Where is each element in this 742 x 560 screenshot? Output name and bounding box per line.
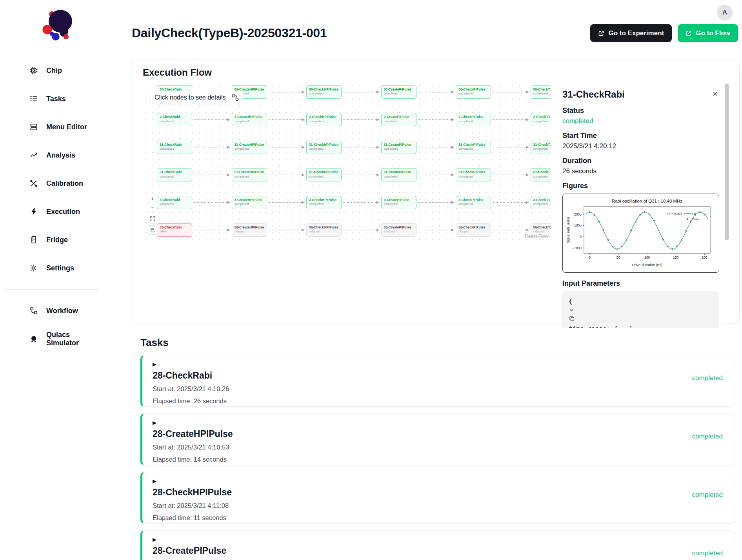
flow-node-3-createpipulse[interactable]: 3-CreatePIPulsecompleted bbox=[381, 196, 416, 209]
flow-node-51-createhpipulse[interactable]: 51-CreateHPIPulsecompleted bbox=[232, 168, 267, 181]
go-to-experiment-button[interactable]: Go to Experiment bbox=[590, 24, 672, 42]
svg-text:Rabi oscillation of Q31 : 10.4: Rabi oscillation of Q31 : 10.40 MHz bbox=[612, 199, 683, 203]
flow-node-label: 51-CheckT1 bbox=[533, 170, 551, 174]
json-entry-time-range[interactable]: time range: {...} bbox=[569, 325, 713, 328]
chevron-down-icon[interactable] bbox=[569, 307, 713, 313]
flow-node-2-checkt1[interactable]: 2-CheckT1completed bbox=[531, 113, 551, 126]
copy-icon[interactable] bbox=[569, 315, 713, 322]
react-flow-attribution[interactable]: React Flow bbox=[525, 234, 548, 239]
sidebar-item-calibration[interactable]: Calibration bbox=[0, 169, 103, 198]
play-icon[interactable]: ▶ bbox=[153, 362, 724, 367]
go-to-flow-button[interactable]: Go to Flow bbox=[678, 24, 738, 42]
sidebar-nav-primary: ChipTasksMenu EditorAnalysisCalibrationE… bbox=[0, 56, 103, 282]
workflow-icon bbox=[30, 307, 38, 315]
flow-node-51-checkt1[interactable]: 51-CheckT1completed bbox=[531, 168, 551, 181]
execution-flow-card: Execution Flow Click nodes to see detail… bbox=[132, 60, 740, 323]
panel-scrollbar[interactable] bbox=[725, 83, 729, 328]
sidebar-item-fridge[interactable]: Fridge bbox=[0, 226, 103, 254]
tasks-icon bbox=[30, 95, 38, 103]
flow-node-50-createpipulse[interactable]: 50-CreatePIPulsecompleted bbox=[381, 85, 416, 99]
flow-node-56-createhpipulse[interactable]: 56-CreateHPIPulseskipped bbox=[232, 223, 267, 237]
task-status-badge: completed bbox=[692, 549, 723, 557]
sidebar-item-qulacs-simulator[interactable]: Qulacs Simulator bbox=[0, 325, 103, 353]
flow-node-56-checkhpipulse[interactable]: 56-CheckHPIPulseskipped bbox=[306, 223, 342, 237]
flow-node-31-checkt1[interactable]: 31-CheckT1completed bbox=[531, 141, 551, 154]
flow-node-status: completed bbox=[533, 202, 551, 207]
settings-icon bbox=[30, 264, 38, 272]
task-card-28-createpipulse[interactable]: ▶28-CreatePIPulsecompleted bbox=[140, 530, 734, 560]
flow-node-label: 50-CheckHPIPulse bbox=[309, 87, 339, 92]
start-time-label: Start Time bbox=[562, 132, 719, 140]
flow-node-50-checkpipulse[interactable]: 50-CheckPIPulsecompleted bbox=[456, 85, 491, 99]
flow-node-label: 56-CreatePIPulse bbox=[384, 225, 414, 230]
flow-node-3-checkrabi[interactable]: 3-CheckRabicompleted bbox=[157, 196, 192, 209]
sidebar-item-workflow[interactable]: Workflow bbox=[0, 297, 103, 325]
close-icon[interactable]: × bbox=[711, 89, 719, 99]
flow-node-56-checkpipulse[interactable]: 56-CheckPIPulseskipped bbox=[456, 223, 491, 237]
play-icon[interactable]: ▶ bbox=[153, 537, 724, 542]
flow-node-51-checkrabi[interactable]: 51-CheckRabicompleted bbox=[157, 168, 192, 181]
zoom-in-icon[interactable]: + bbox=[148, 194, 157, 203]
sidebar-item-settings[interactable]: Settings bbox=[0, 254, 103, 282]
flow-node-50-checkhpipulse[interactable]: 50-CheckHPIPulsecompleted bbox=[306, 85, 342, 99]
flow-node-56-checkrabi[interactable]: 56-CheckRabifailed bbox=[157, 223, 192, 237]
task-card-28-checkrabi[interactable]: ▶28-CheckRabiStart at: 2025/3/21 4:10:26… bbox=[140, 355, 734, 407]
flow-node-51-createpipulse[interactable]: 51-CreatePIPulsecompleted bbox=[381, 168, 416, 181]
sidebar-item-label: Settings bbox=[46, 264, 74, 272]
task-card-28-createhpipulse[interactable]: ▶28-CreateHPIPulseStart at: 2025/3/21 4:… bbox=[140, 413, 734, 465]
task-elapsed-time: Elapsed time: 26 seconds bbox=[153, 397, 724, 405]
fit-view-icon[interactable] bbox=[148, 214, 157, 223]
svg-text:0: 0 bbox=[580, 235, 582, 239]
flow-node-50-checkt1[interactable]: 50-CheckT1completed bbox=[531, 85, 551, 99]
sidebar-item-label: Fridge bbox=[46, 236, 68, 244]
flow-node-label: 56-CheckPIPulse bbox=[458, 225, 488, 230]
flow-node-status: completed bbox=[458, 120, 488, 124]
flow-node-status: skipped bbox=[458, 230, 488, 234]
flow-node-status: completed bbox=[533, 92, 551, 96]
flow-node-label: 2-CheckHPIPulse bbox=[309, 115, 339, 119]
flow-node-31-checkrabi[interactable]: 31-CheckRabicompleted bbox=[157, 141, 192, 154]
sidebar-item-label: Calibration bbox=[46, 179, 83, 188]
flow-node-status: completed bbox=[533, 120, 551, 124]
sidebar-item-menu-editor[interactable]: Menu Editor bbox=[0, 113, 103, 141]
svg-text:200: 200 bbox=[702, 256, 707, 259]
play-icon[interactable]: ▶ bbox=[153, 478, 724, 484]
flow-node-51-checkpipulse[interactable]: 51-CheckPIPulsecompleted bbox=[456, 168, 491, 181]
flow-canvas[interactable]: Click nodes to see details +− React Flow… bbox=[143, 83, 551, 240]
calibration-icon bbox=[30, 179, 38, 187]
flow-node-51-checkhpipulse[interactable]: 51-CheckHPIPulsecompleted bbox=[306, 168, 342, 181]
avatar[interactable]: A bbox=[717, 5, 733, 20]
flow-node-31-createpipulse[interactable]: 31-CreatePIPulsecompleted bbox=[381, 141, 416, 154]
flow-node-status: completed bbox=[384, 92, 414, 96]
flow-nodes-icon[interactable] bbox=[232, 94, 239, 101]
flow-node-3-createhpipulse[interactable]: 3-CreateHPIPulsecompleted bbox=[232, 196, 267, 209]
flow-node-2-createpipulse[interactable]: 2-CreatePIPulsecompleted bbox=[381, 113, 416, 126]
sidebar-item-tasks[interactable]: Tasks bbox=[0, 85, 103, 113]
sidebar-item-chip[interactable]: Chip bbox=[0, 56, 103, 85]
flow-node-label: 3-CheckPIPulse bbox=[458, 198, 488, 202]
flow-node-2-createhpipulse[interactable]: 2-CreateHPIPulsecompleted bbox=[232, 113, 267, 126]
flow-node-3-checkhpipulse[interactable]: 3-CheckHPIPulsecompleted bbox=[306, 196, 342, 209]
flow-node-3-checkpipulse[interactable]: 3-CheckPIPulsecompleted bbox=[456, 196, 491, 209]
app-logo[interactable] bbox=[39, 7, 77, 45]
flow-node-label: 56-CheckRabi bbox=[160, 225, 189, 230]
flow-node-31-createhpipulse[interactable]: 31-CreateHPIPulsecompleted bbox=[232, 141, 267, 154]
flow-node-2-checkhpipulse[interactable]: 2-CheckHPIPulsecompleted bbox=[306, 113, 342, 126]
flow-node-56-createpipulse[interactable]: 56-CreatePIPulseskipped bbox=[381, 223, 416, 237]
scrollbar-thumb[interactable] bbox=[725, 83, 729, 240]
flow-node-status: completed bbox=[309, 92, 339, 96]
flow-node-2-checkrabi[interactable]: 2-CheckRabicompleted bbox=[157, 113, 192, 126]
flow-node-31-checkhpipulse[interactable]: 31-CheckHPIPulsecompleted bbox=[306, 141, 342, 154]
sidebar-item-analysis[interactable]: Analysis bbox=[0, 141, 103, 169]
sidebar-item-label: Workflow bbox=[46, 307, 78, 315]
play-icon[interactable]: ▶ bbox=[153, 420, 724, 425]
flow-node-status: completed bbox=[309, 120, 339, 124]
flow-node-2-checkpipulse[interactable]: 2-CheckPIPulsecompleted bbox=[456, 113, 491, 126]
flow-node-3-checkt1[interactable]: 3-CheckT1completed bbox=[531, 196, 551, 209]
task-card-28-checkhpipulse[interactable]: ▶28-CheckHPIPulseStart at: 2025/3/21 4:1… bbox=[140, 472, 734, 524]
sidebar-item-execution[interactable]: Execution bbox=[0, 198, 103, 226]
lock-icon[interactable] bbox=[148, 225, 157, 235]
flow-node-31-checkpipulse[interactable]: 31-CheckPIPulsecompleted bbox=[456, 141, 491, 154]
zoom-out-icon[interactable]: − bbox=[148, 203, 157, 212]
input-parameters-label: Input Parameters bbox=[562, 279, 719, 288]
